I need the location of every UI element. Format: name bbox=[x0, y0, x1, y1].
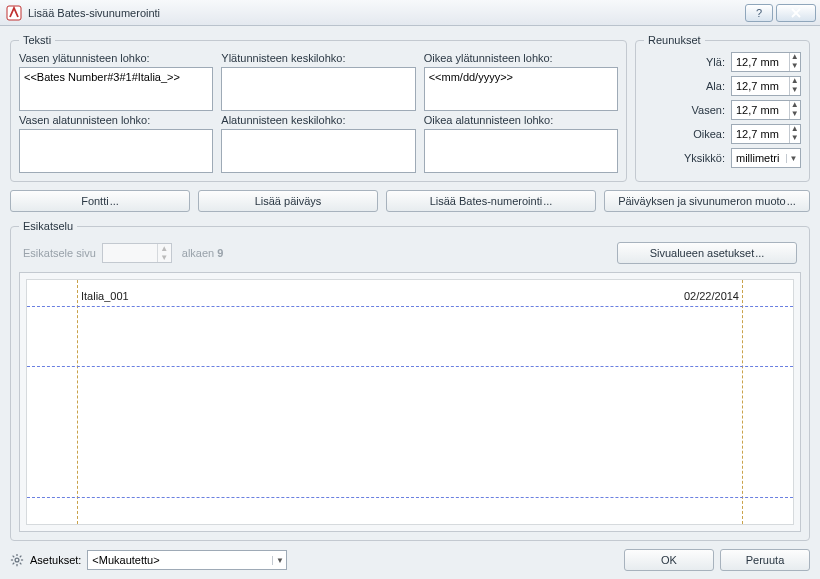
margin-right-label: Oikea: bbox=[693, 128, 725, 140]
preview-page-label: Esikatsele sivu bbox=[23, 247, 96, 259]
margin-bottom-label: Ala: bbox=[706, 80, 725, 92]
settings-select[interactable]: <Mukautettu> ▼ bbox=[87, 550, 287, 570]
margin-left-input[interactable]: ▲▼ bbox=[731, 100, 801, 120]
insert-bates-button[interactable]: Lisää Bates-numerointi bbox=[386, 190, 596, 212]
margin-right-input[interactable]: ▲▼ bbox=[731, 124, 801, 144]
gear-icon bbox=[10, 553, 24, 567]
preview-top-right: 02/22/2014 bbox=[684, 290, 739, 302]
preview-page-select[interactable]: ▲▼ bbox=[102, 243, 172, 263]
preview-legend: Esikatselu bbox=[19, 220, 77, 232]
text-group: Teksti Vasen ylätunnisteen lohko: Ylätun… bbox=[10, 34, 627, 182]
insert-date-button[interactable]: Lisää päiväys bbox=[198, 190, 378, 212]
field-bot-right[interactable] bbox=[424, 129, 618, 173]
svg-line-7 bbox=[20, 563, 22, 565]
help-button[interactable]: ? bbox=[745, 4, 773, 22]
margin-top-input[interactable]: ▲▼ bbox=[731, 52, 801, 72]
svg-line-8 bbox=[20, 556, 22, 558]
svg-point-1 bbox=[15, 558, 19, 562]
chevron-down-icon[interactable]: ▼ bbox=[786, 154, 800, 163]
preview-viewport: Italia_001 02/22/2014 bbox=[19, 272, 801, 532]
settings-label: Asetukset: bbox=[30, 554, 81, 566]
ok-button[interactable]: OK bbox=[624, 549, 714, 571]
chevron-down-icon[interactable]: ▼ bbox=[272, 556, 286, 565]
cancel-button[interactable]: Peruuta bbox=[720, 549, 810, 571]
close-button[interactable] bbox=[776, 4, 816, 22]
field-bot-left[interactable] bbox=[19, 129, 213, 173]
svg-line-6 bbox=[13, 556, 15, 558]
window-title: Lisää Bates-sivunumerointi bbox=[28, 7, 160, 19]
field-top-left[interactable] bbox=[19, 67, 213, 111]
label-bot-left: Vasen alatunnisteen lohko: bbox=[19, 114, 213, 126]
label-top-right: Oikea ylätunnisteen lohko: bbox=[424, 52, 618, 64]
unit-select[interactable]: millimetri ▼ bbox=[731, 148, 801, 168]
label-bot-right: Oikea alatunnisteen lohko: bbox=[424, 114, 618, 126]
unit-label: Yksikkö: bbox=[684, 152, 725, 164]
label-top-left: Vasen ylätunnisteen lohko: bbox=[19, 52, 213, 64]
font-button[interactable]: Fontti bbox=[10, 190, 190, 212]
field-bot-center[interactable] bbox=[221, 129, 415, 173]
date-format-button[interactable]: Päiväyksen ja sivunumeron muoto bbox=[604, 190, 810, 212]
label-top-center: Ylätunnisteen keskilohko: bbox=[221, 52, 415, 64]
margin-bottom-input[interactable]: ▲▼ bbox=[731, 76, 801, 96]
label-bot-center: Alatunnisteen keskilohko: bbox=[221, 114, 415, 126]
svg-line-9 bbox=[13, 563, 15, 565]
preview-top-left: Italia_001 bbox=[81, 290, 129, 302]
margin-left-label: Vasen: bbox=[692, 104, 725, 116]
preview-page: Italia_001 02/22/2014 bbox=[26, 279, 794, 525]
field-top-right[interactable] bbox=[424, 67, 618, 111]
preview-group: Esikatselu Esikatsele sivu ▲▼ alkaen 9 S… bbox=[10, 220, 810, 541]
field-top-center[interactable] bbox=[221, 67, 415, 111]
app-icon bbox=[6, 5, 22, 21]
text-legend: Teksti bbox=[19, 34, 55, 46]
alkaen-label: alkaen 9 bbox=[182, 247, 224, 259]
margins-group: Reunukset Ylä: ▲▼ Ala: ▲▼ Vasen: bbox=[635, 34, 810, 182]
margins-legend: Reunukset bbox=[644, 34, 705, 46]
margin-top-label: Ylä: bbox=[706, 56, 725, 68]
chevron-down-icon[interactable]: ▼ bbox=[790, 62, 801, 71]
page-range-button[interactable]: Sivualueen asetukset bbox=[617, 242, 797, 264]
